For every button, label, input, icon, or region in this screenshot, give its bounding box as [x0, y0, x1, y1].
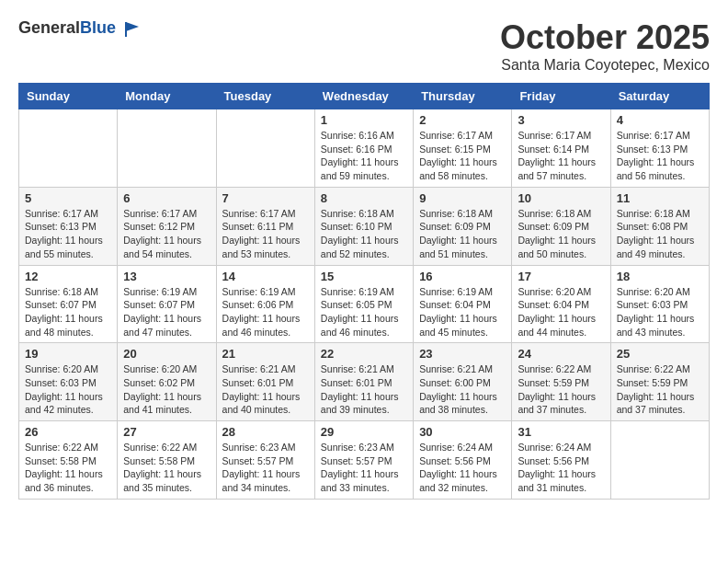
day-number: 1 [321, 113, 407, 127]
day-number: 24 [518, 347, 604, 361]
day-number: 11 [617, 191, 703, 205]
calendar-cell: 23Sunrise: 6:21 AMSunset: 6:00 PMDayligh… [414, 343, 512, 421]
weekday-header-tuesday: Tuesday [216, 84, 314, 109]
logo-icon [122, 19, 142, 40]
calendar-cell: 1Sunrise: 6:16 AMSunset: 6:16 PMDaylight… [314, 109, 413, 188]
day-number: 5 [25, 191, 111, 205]
day-info: Sunrise: 6:20 AMSunset: 6:02 PMDaylight:… [123, 362, 210, 417]
day-number: 2 [419, 113, 506, 127]
calendar-cell: 8Sunrise: 6:18 AMSunset: 6:10 PMDaylight… [314, 187, 413, 265]
month-title: October 2025 [500, 18, 710, 57]
day-number: 14 [222, 270, 309, 283]
calendar-cell: 27Sunrise: 6:22 AMSunset: 5:58 PMDayligh… [118, 421, 216, 500]
calendar-cell: 20Sunrise: 6:20 AMSunset: 6:02 PMDayligh… [118, 343, 216, 421]
calendar-cell: 13Sunrise: 6:19 AMSunset: 6:07 PMDayligh… [118, 265, 216, 343]
weekday-header-monday: Monday [118, 84, 216, 109]
day-number: 10 [518, 191, 604, 205]
calendar-cell: 22Sunrise: 6:21 AMSunset: 6:01 PMDayligh… [314, 343, 413, 421]
day-info: Sunrise: 6:18 AMSunset: 6:10 PMDaylight:… [321, 207, 407, 261]
day-info: Sunrise: 6:17 AMSunset: 6:12 PMDaylight:… [123, 207, 210, 261]
calendar-cell: 18Sunrise: 6:20 AMSunset: 6:03 PMDayligh… [610, 265, 709, 343]
calendar-cell: 2Sunrise: 6:17 AMSunset: 6:15 PMDaylight… [414, 109, 512, 188]
day-info: Sunrise: 6:18 AMSunset: 6:08 PMDaylight:… [617, 207, 703, 261]
calendar-cell [610, 421, 709, 500]
calendar-cell: 31Sunrise: 6:24 AMSunset: 5:56 PMDayligh… [512, 421, 610, 500]
day-number: 13 [123, 270, 210, 283]
calendar-cell: 21Sunrise: 6:21 AMSunset: 6:01 PMDayligh… [216, 343, 314, 421]
calendar-cell: 9Sunrise: 6:18 AMSunset: 6:09 PMDaylight… [414, 187, 512, 265]
day-number: 20 [123, 347, 210, 361]
day-number: 8 [321, 191, 407, 205]
calendar-cell [19, 109, 118, 188]
calendar-table: SundayMondayTuesdayWednesdayThursdayFrid… [18, 83, 710, 500]
title-block: October 2025 Santa Maria Coyotepec, Mexi… [500, 18, 710, 74]
calendar-week-2: 5Sunrise: 6:17 AMSunset: 6:13 PMDaylight… [19, 187, 710, 265]
day-number: 29 [321, 425, 407, 439]
day-info: Sunrise: 6:18 AMSunset: 6:09 PMDaylight:… [518, 207, 604, 261]
calendar-cell: 24Sunrise: 6:22 AMSunset: 5:59 PMDayligh… [512, 343, 610, 421]
calendar-cell: 3Sunrise: 6:17 AMSunset: 6:14 PMDaylight… [512, 109, 610, 188]
day-number: 12 [25, 270, 111, 283]
day-info: Sunrise: 6:20 AMSunset: 6:04 PMDaylight:… [518, 285, 604, 339]
calendar-cell: 19Sunrise: 6:20 AMSunset: 6:03 PMDayligh… [19, 343, 118, 421]
calendar-cell: 5Sunrise: 6:17 AMSunset: 6:13 PMDaylight… [19, 187, 118, 265]
calendar-week-4: 19Sunrise: 6:20 AMSunset: 6:03 PMDayligh… [19, 343, 710, 421]
day-number: 18 [617, 270, 703, 283]
logo-general: GeneralBlue [18, 20, 120, 36]
day-info: Sunrise: 6:16 AMSunset: 6:16 PMDaylight:… [321, 129, 407, 183]
weekday-header-saturday: Saturday [610, 84, 709, 109]
day-number: 6 [123, 191, 210, 205]
weekday-header-friday: Friday [512, 84, 610, 109]
day-info: Sunrise: 6:22 AMSunset: 5:59 PMDaylight:… [617, 362, 703, 417]
calendar-cell: 7Sunrise: 6:17 AMSunset: 6:11 PMDaylight… [216, 187, 314, 265]
day-info: Sunrise: 6:17 AMSunset: 6:13 PMDaylight:… [617, 129, 703, 183]
calendar-cell: 28Sunrise: 6:23 AMSunset: 5:57 PMDayligh… [216, 421, 314, 500]
day-info: Sunrise: 6:21 AMSunset: 6:00 PMDaylight:… [419, 362, 506, 417]
calendar-cell: 17Sunrise: 6:20 AMSunset: 6:04 PMDayligh… [512, 265, 610, 343]
calendar-cell [118, 109, 216, 188]
calendar-cell: 14Sunrise: 6:19 AMSunset: 6:06 PMDayligh… [216, 265, 314, 343]
day-number: 23 [419, 347, 506, 361]
calendar-cell: 16Sunrise: 6:19 AMSunset: 6:04 PMDayligh… [414, 265, 512, 343]
day-info: Sunrise: 6:20 AMSunset: 6:03 PMDaylight:… [25, 362, 111, 417]
day-number: 4 [617, 113, 703, 127]
day-info: Sunrise: 6:19 AMSunset: 6:06 PMDaylight:… [222, 285, 309, 339]
day-number: 19 [25, 347, 111, 361]
day-number: 7 [222, 191, 309, 205]
day-number: 28 [222, 425, 309, 439]
day-number: 31 [518, 425, 604, 439]
day-number: 17 [518, 270, 604, 283]
weekday-header-thursday: Thursday [414, 84, 512, 109]
day-info: Sunrise: 6:24 AMSunset: 5:56 PMDaylight:… [419, 441, 506, 495]
calendar-cell: 10Sunrise: 6:18 AMSunset: 6:09 PMDayligh… [512, 187, 610, 265]
calendar-week-1: 1Sunrise: 6:16 AMSunset: 6:16 PMDaylight… [19, 109, 710, 188]
calendar-cell: 30Sunrise: 6:24 AMSunset: 5:56 PMDayligh… [414, 421, 512, 500]
day-info: Sunrise: 6:22 AMSunset: 5:58 PMDaylight:… [123, 441, 210, 495]
day-info: Sunrise: 6:18 AMSunset: 6:07 PMDaylight:… [25, 285, 111, 339]
day-info: Sunrise: 6:17 AMSunset: 6:15 PMDaylight:… [419, 129, 506, 183]
day-number: 9 [419, 191, 506, 205]
day-info: Sunrise: 6:23 AMSunset: 5:57 PMDaylight:… [222, 441, 309, 495]
day-info: Sunrise: 6:17 AMSunset: 6:11 PMDaylight:… [222, 207, 309, 261]
svg-rect-1 [125, 22, 127, 37]
day-info: Sunrise: 6:20 AMSunset: 6:03 PMDaylight:… [617, 285, 703, 339]
day-number: 22 [321, 347, 407, 361]
calendar-cell: 26Sunrise: 6:22 AMSunset: 5:58 PMDayligh… [19, 421, 118, 500]
calendar-cell: 29Sunrise: 6:23 AMSunset: 5:57 PMDayligh… [314, 421, 413, 500]
day-number: 3 [518, 113, 604, 127]
day-number: 25 [617, 347, 703, 361]
day-info: Sunrise: 6:18 AMSunset: 6:09 PMDaylight:… [419, 207, 506, 261]
calendar-cell [216, 109, 314, 188]
day-number: 26 [25, 425, 111, 439]
calendar-cell: 12Sunrise: 6:18 AMSunset: 6:07 PMDayligh… [19, 265, 118, 343]
day-number: 27 [123, 425, 210, 439]
day-info: Sunrise: 6:19 AMSunset: 6:05 PMDaylight:… [321, 285, 407, 339]
weekday-header-wednesday: Wednesday [314, 84, 413, 109]
calendar-cell: 11Sunrise: 6:18 AMSunset: 6:08 PMDayligh… [610, 187, 709, 265]
day-info: Sunrise: 6:21 AMSunset: 6:01 PMDaylight:… [321, 362, 407, 417]
calendar-week-5: 26Sunrise: 6:22 AMSunset: 5:58 PMDayligh… [19, 421, 710, 500]
day-number: 30 [419, 425, 506, 439]
day-number: 16 [419, 270, 506, 283]
calendar-cell: 15Sunrise: 6:19 AMSunset: 6:05 PMDayligh… [314, 265, 413, 343]
calendar-cell: 25Sunrise: 6:22 AMSunset: 5:59 PMDayligh… [610, 343, 709, 421]
